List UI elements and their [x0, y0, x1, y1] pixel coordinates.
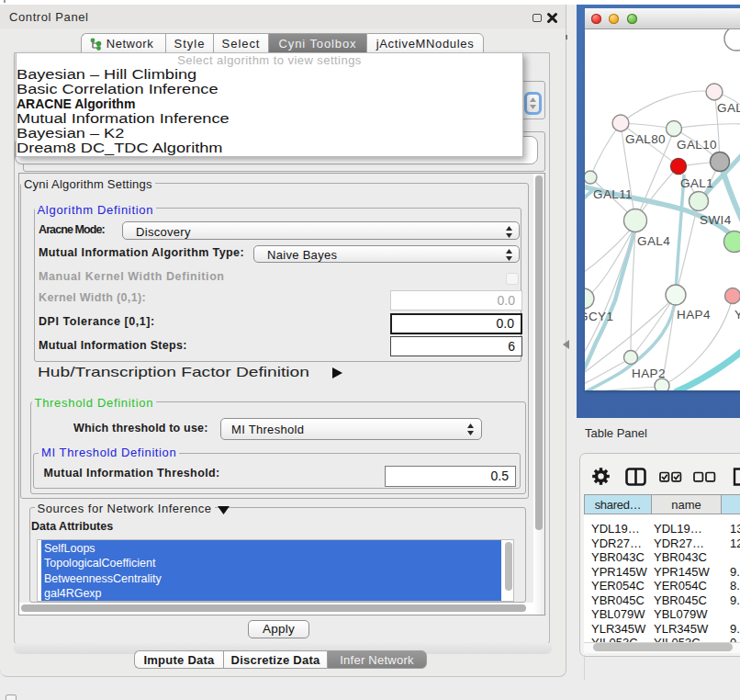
- svg-text:SWI4: SWI4: [700, 213, 732, 227]
- svg-text:Y: Y: [734, 308, 740, 322]
- svg-text:HAP4: HAP4: [677, 308, 711, 322]
- svg-text:GAL80: GAL80: [625, 132, 666, 146]
- svg-text:GCY1: GCY1: [585, 310, 613, 323]
- svg-text:GAL1: GAL1: [680, 176, 713, 190]
- svg-text:GAL2: GAL2: [717, 101, 740, 115]
- svg-text:HAP2: HAP2: [632, 367, 666, 380]
- svg-text:GAL11: GAL11: [593, 187, 633, 201]
- svg-text:GAL4: GAL4: [637, 234, 670, 248]
- svg-text:GAL10: GAL10: [677, 138, 717, 152]
